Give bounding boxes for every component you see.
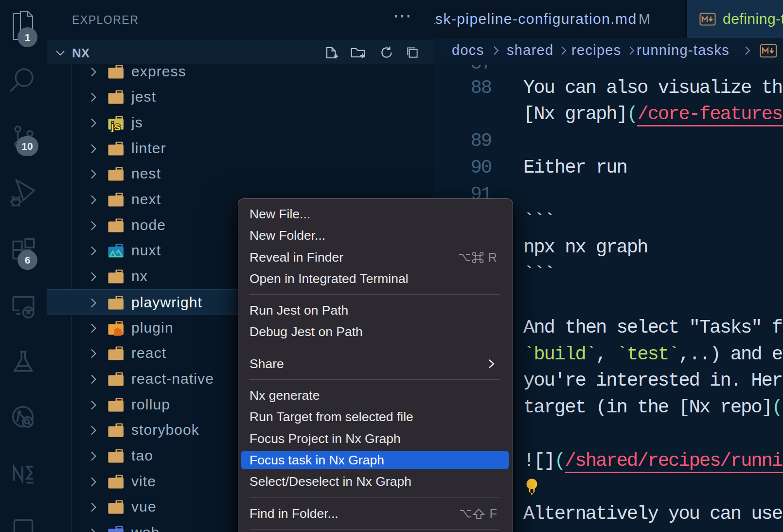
svg-text:js: js <box>110 120 121 132</box>
